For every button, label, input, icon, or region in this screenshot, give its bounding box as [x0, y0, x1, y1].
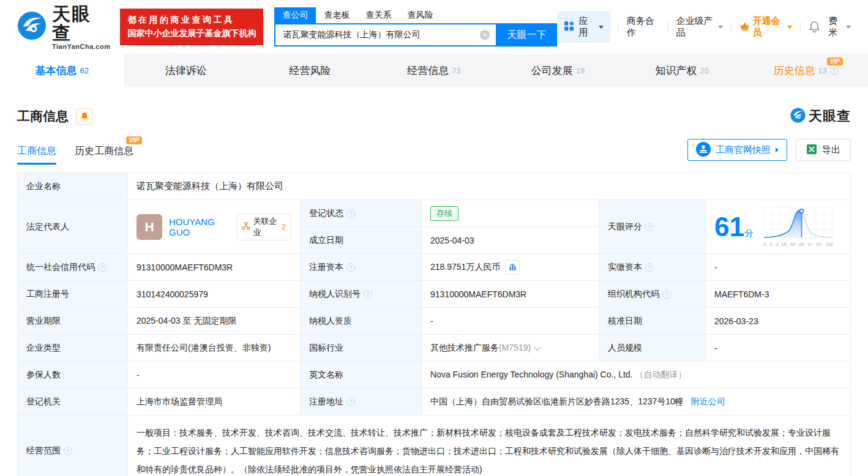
label-text: 实缴资本 [608, 262, 642, 273]
search-tab-relation[interactable]: 查关系 [357, 7, 399, 23]
table-row: 工商注册号 310142400025979 纳税人识别号 91310000MAE… [18, 281, 851, 308]
label-text: 注册地址 [309, 396, 343, 407]
help-icon[interactable] [645, 263, 654, 272]
help-icon[interactable] [364, 290, 372, 299]
business-scope-label: 经营范围 [18, 415, 128, 476]
org-chart-icon [242, 221, 250, 232]
taxpayer-quality-value: - [422, 308, 599, 335]
top-nav: 应用 商务合作 企业级产品 开通会员 [557, 11, 851, 43]
subtab-history-business-info[interactable]: 历史工商信息 VIP [75, 145, 133, 165]
search-tabs: 查公司 查老板 查关系 查风险 [274, 7, 557, 23]
reg-number-label: 工商注册号 [18, 281, 128, 308]
address-text: 中国（上海）自由贸易试验区临港新片区妙香路1235、1237号10幢 [430, 396, 684, 406]
tianyancha-logo[interactable]: 天眼查 TianYanCha.com [17, 4, 110, 50]
tab-basic-info[interactable]: 基本信息 62 [0, 54, 124, 87]
watermark-text: 天眼查 [809, 107, 851, 125]
chevron-down-icon [787, 26, 792, 29]
reg-number-value: 310142400025979 [128, 281, 301, 308]
table-row: 企业名称 诺瓦聚变能源科技（上海）有限公司 [18, 173, 851, 200]
value-text: 218.9751万人民币 [430, 261, 500, 271]
score-cell[interactable]: 61分 [706, 200, 851, 254]
section-title: 工商信息 [17, 108, 69, 125]
help-icon[interactable] [830, 66, 839, 75]
tab-company-development[interactable]: 公司发展 19 [496, 54, 620, 87]
tab-count: 73 [452, 66, 460, 75]
search-button[interactable]: 天眼一下 [496, 23, 557, 46]
subtab-business-info[interactable]: 工商信息 [17, 145, 56, 165]
insured-count-label: 参保人数 [18, 362, 128, 389]
search-block: 查公司 查老板 查关系 查风险 天眼一下 [274, 7, 557, 46]
help-icon[interactable] [662, 290, 671, 299]
apps-label: 应用 [578, 15, 592, 39]
search-tab-boss[interactable]: 查老板 [316, 7, 357, 23]
approval-date-value: 2026-03-23 [706, 308, 851, 335]
score-unit: 分 [744, 228, 754, 238]
credit-code-label: 统一社会信用代码 [18, 254, 128, 281]
tab-label: 经营风险 [289, 64, 331, 78]
nav-enterprise[interactable]: 企业级产品 [676, 15, 723, 39]
industry-value[interactable]: 其他技术推广服务(M7519) [422, 335, 599, 362]
help-icon[interactable] [645, 223, 654, 231]
apps-menu[interactable]: 应用 [557, 11, 610, 43]
label-text: 组织机构代码 [608, 289, 659, 300]
nearby-companies-link[interactable]: 附近公司 [691, 396, 725, 406]
legal-rep-link[interactable]: HOUYANG GUO [169, 217, 230, 237]
chevron-down-icon [846, 26, 851, 29]
notification-bell-icon[interactable] [809, 21, 820, 33]
tab-operating-risk[interactable]: 经营风险 [248, 54, 372, 87]
subtab-label: 历史工商信息 [75, 146, 133, 156]
open-vip-label: 开通会员 [752, 15, 783, 39]
english-name-value: Nova Fusion Energy Technology (Shanghai)… [422, 362, 851, 389]
score-distribution-chart: 0131550859799100 [763, 206, 833, 247]
tab-label: 知识产权 [655, 64, 697, 78]
tab-count: 25 [700, 66, 708, 75]
label-text: 登记状态 [309, 208, 343, 219]
subscribe-bell-icon[interactable] [76, 108, 92, 125]
user-menu[interactable]: 费米 [828, 15, 851, 39]
avatar[interactable]: H [137, 214, 162, 240]
table-row: 法定代表人 H HOUYANG GUO [18, 200, 851, 227]
promo-banner: 都在用的商业查询工具 国家中小企业发展子基金旗下机构 [120, 9, 263, 45]
business-scope-value: 一般项目：技术服务、技术开发、技术咨询、技术交流、技术转让、技术推广；新材料技术… [128, 415, 851, 476]
auto-translate-note: （自动翻译） [635, 370, 686, 379]
reg-status-value: 存续 [422, 200, 599, 227]
grid-icon [564, 21, 574, 33]
help-icon[interactable] [346, 263, 355, 272]
company-type-label: 企业类型 [18, 335, 128, 362]
business-term-label: 营业期限 [18, 308, 128, 335]
help-icon[interactable] [346, 209, 355, 218]
vip-badge: VIP [126, 136, 142, 144]
score-axis: 0131550859799100 [763, 242, 833, 247]
label-text: 统一社会信用代码 [26, 262, 95, 273]
chevron-down-icon[interactable] [534, 344, 541, 351]
official-snapshot-button[interactable]: 工商官网快照 [687, 139, 787, 161]
company-type-value: 有限责任公司(港澳台投资、非独资) [128, 335, 301, 362]
divider [668, 22, 668, 32]
help-icon[interactable] [98, 263, 107, 272]
related-companies-badge[interactable]: 关联企业 2 [236, 214, 292, 240]
reg-address-value: 中国（上海）自由贸易试验区临港新片区妙香路1235、1237号10幢 附近公司 [422, 389, 851, 415]
bar-chart-icon[interactable] [505, 260, 520, 275]
official-snapshot-label: 工商官网快照 [716, 144, 771, 156]
search-input[interactable] [274, 23, 496, 46]
status-badge: 存续 [430, 206, 458, 221]
tab-count: 13 [818, 66, 827, 75]
tab-label: 经营信息 [407, 64, 449, 78]
tab-operating-info[interactable]: 经营信息 73 [372, 54, 496, 87]
english-name-text: Nova Fusion Energy Technology (Shanghai)… [430, 370, 633, 379]
credit-code-value: 91310000MAEFT6DM3R [128, 254, 301, 281]
tab-intellectual-property[interactable]: 知识产权 25 [620, 54, 744, 87]
table-row: 统一社会信用代码 91310000MAEFT6DM3R 注册资本 218.975… [18, 254, 851, 281]
search-tab-company[interactable]: 查公司 [274, 7, 316, 23]
export-button[interactable]: 导出 [796, 139, 851, 161]
insured-count-value: - [128, 362, 301, 389]
industry-code: (M7519) [499, 343, 531, 352]
search-tab-risk[interactable]: 查风险 [399, 7, 441, 23]
open-vip-button[interactable]: 开通会员 [739, 15, 792, 39]
tab-history-info[interactable]: 历史信息 13 VIP [744, 54, 868, 87]
help-icon[interactable] [346, 398, 355, 406]
reg-authority-label: 登记机关 [18, 389, 128, 415]
help-icon[interactable] [64, 447, 72, 455]
nav-cooperation[interactable]: 商务合作 [627, 15, 660, 39]
tab-legal[interactable]: 法律诉讼 [124, 54, 249, 87]
